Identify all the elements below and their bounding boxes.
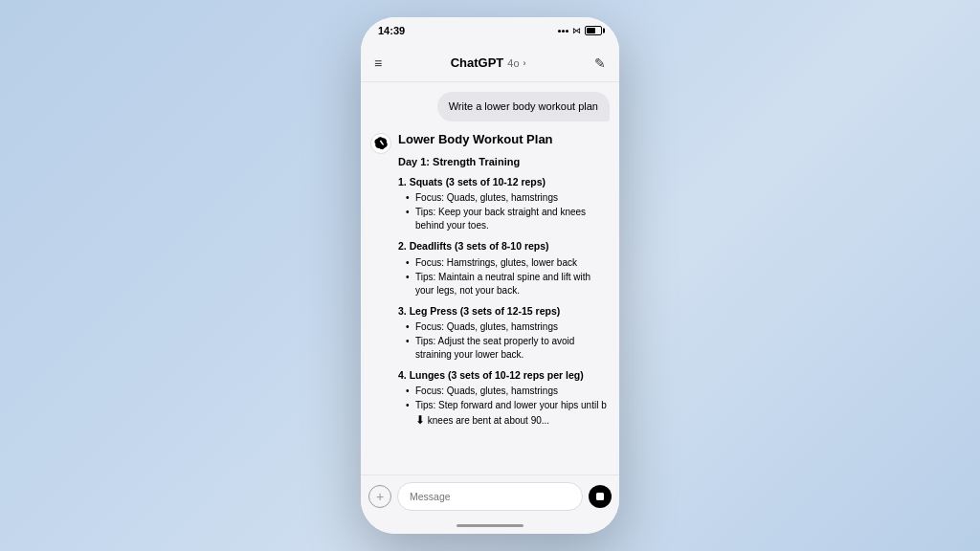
exercise-4-title: 4. Lunges (3 sets of 10-12 reps per leg) (398, 368, 610, 383)
chat-area[interactable]: Write a lower body workout plan Lower Bo… (361, 82, 619, 474)
exercise-4-bullet-1: Focus: Quads, glutes, hamstrings (406, 385, 610, 398)
exercise-1-number: 1. (398, 176, 407, 187)
assistant-content: Lower Body Workout Plan Day 1: Strength … (398, 131, 610, 434)
menu-icon[interactable]: ≡ (374, 55, 382, 71)
exercise-1-sets: (3 sets of 10-12 reps) (446, 176, 546, 187)
exercise-2-name: Deadlifts (410, 240, 452, 252)
home-bar (457, 524, 523, 527)
home-indicator (361, 517, 619, 534)
exercise-3-number: 3. (398, 305, 407, 317)
exercise-1-title: 1. Squats (3 sets of 10-12 reps) (398, 175, 610, 189)
nav-bar: ≡ ChatGPT 4o › ✎ (361, 44, 619, 82)
nav-version: 4o (507, 57, 519, 69)
scroll-down-icon: ⬇ (415, 412, 425, 429)
exercise-3-name: Leg Press (410, 305, 457, 317)
exercise-4-number: 4. (398, 369, 407, 381)
user-bubble: Write a lower body workout plan (437, 92, 610, 121)
stop-button[interactable] (589, 485, 612, 508)
status-time: 14:39 (378, 25, 405, 36)
exercise-4-sets: (3 sets of 10-12 reps per leg) (448, 369, 584, 381)
message-input[interactable] (397, 482, 583, 511)
plus-icon: + (376, 489, 384, 504)
exercise-item-4: 4. Lunges (3 sets of 10-12 reps per leg)… (398, 368, 610, 429)
exercise-4-bullet-2: Tips: Step forward and lower your hips u… (406, 399, 610, 429)
exercise-1-bullet-1: Focus: Quads, glutes, hamstrings (406, 191, 610, 205)
exercise-4-name: Lunges (410, 369, 445, 381)
exercise-item-3: 3. Leg Press (3 sets of 12-15 reps) Focu… (398, 304, 610, 362)
exercise-3-bullet-1: Focus: Quads, glutes, hamstrings (406, 320, 610, 334)
input-bar: + (361, 474, 619, 517)
day-header: Day 1: Strength Training (398, 155, 610, 170)
chatgpt-logo (374, 137, 388, 150)
battery-icon (585, 26, 602, 35)
exercise-2-sets: (3 sets of 8-10 reps) (455, 240, 549, 252)
nav-title: ChatGPT 4o › (451, 55, 526, 70)
wifi-icon: ⋈ (572, 26, 581, 35)
phone-frame: 14:39 ⋈ ≡ ChatGPT 4o › ✎ Write a lower b… (361, 17, 619, 534)
user-message: Write a lower body workout plan (370, 92, 610, 121)
add-attachment-button[interactable]: + (368, 485, 391, 508)
exercise-2-title: 2. Deadlifts (3 sets of 8-10 reps) (398, 239, 610, 253)
exercise-item-2: 2. Deadlifts (3 sets of 8-10 reps) Focus… (398, 239, 610, 297)
exercise-2-number: 2. (398, 240, 407, 252)
exercise-1-bullet-2: Tips: Keep your back straight and knees … (406, 206, 610, 232)
exercise-3-bullets: Focus: Quads, glutes, hamstrings Tips: A… (398, 320, 610, 362)
status-bar: 14:39 ⋈ (361, 17, 619, 44)
assistant-message: Lower Body Workout Plan Day 1: Strength … (370, 131, 610, 434)
exercise-4-bullets: Focus: Quads, glutes, hamstrings Tips: S… (398, 385, 610, 429)
exercise-item-1: 1. Squats (3 sets of 10-12 reps) Focus: … (398, 175, 610, 232)
nav-chevron-icon[interactable]: › (523, 58, 526, 68)
exercise-3-bullet-2: Tips: Adjust the seat properly to avoid … (406, 335, 610, 362)
stop-icon (596, 493, 604, 500)
edit-icon[interactable]: ✎ (594, 55, 606, 71)
exercise-1-name: Squats (410, 176, 443, 187)
exercise-1-bullets: Focus: Quads, glutes, hamstrings Tips: K… (398, 191, 610, 232)
assistant-title: Lower Body Workout Plan (398, 131, 610, 149)
exercise-list: 1. Squats (3 sets of 10-12 reps) Focus: … (398, 175, 610, 429)
exercise-2-bullets: Focus: Hamstrings, glutes, lower back Ti… (398, 256, 610, 298)
assistant-avatar (370, 133, 391, 154)
nav-title-text: ChatGPT (451, 55, 504, 70)
exercise-3-sets: (3 sets of 12-15 reps) (460, 305, 560, 317)
exercise-3-title: 3. Leg Press (3 sets of 12-15 reps) (398, 304, 610, 319)
signal-icon (558, 30, 568, 33)
exercise-2-bullet-1: Focus: Hamstrings, glutes, lower back (406, 256, 610, 270)
status-icons: ⋈ (558, 26, 602, 35)
exercise-2-bullet-2: Tips: Maintain a neutral spine and lift … (406, 271, 610, 298)
